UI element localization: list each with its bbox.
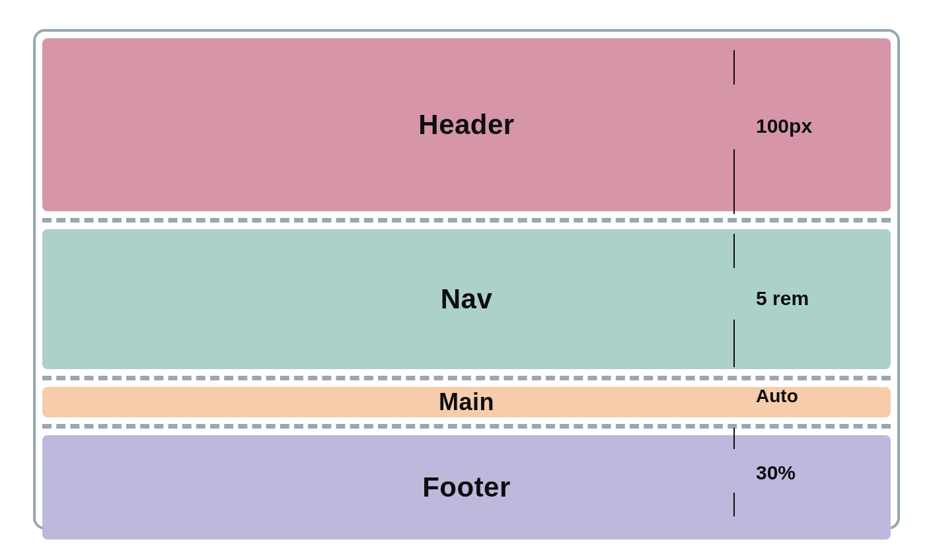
measure-line — [733, 234, 735, 268]
measure-line — [733, 428, 735, 449]
row-nav-label: Nav — [441, 283, 493, 315]
measure-line — [733, 493, 735, 516]
row-footer-label: Footer — [422, 472, 511, 503]
measure-line — [733, 50, 735, 85]
measure-footer: 30% — [756, 462, 796, 484]
separator — [42, 424, 891, 429]
measure-nav: 5 rem — [756, 287, 809, 310]
measure-line — [733, 320, 735, 367]
row-header-label: Header — [418, 109, 514, 141]
measure-main: Auto — [756, 386, 798, 407]
measurement-column: 100px 5 rem Auto 30% — [733, 50, 735, 511]
layout-diagram-frame: Header Nav Main Footer 100px 5 rem Auto … — [33, 29, 900, 530]
row-footer: Footer — [42, 435, 891, 540]
measure-header: 100px — [756, 115, 812, 137]
separator — [42, 376, 891, 380]
separator — [42, 218, 891, 223]
row-main-label: Main — [439, 388, 494, 416]
measure-line — [733, 149, 735, 214]
